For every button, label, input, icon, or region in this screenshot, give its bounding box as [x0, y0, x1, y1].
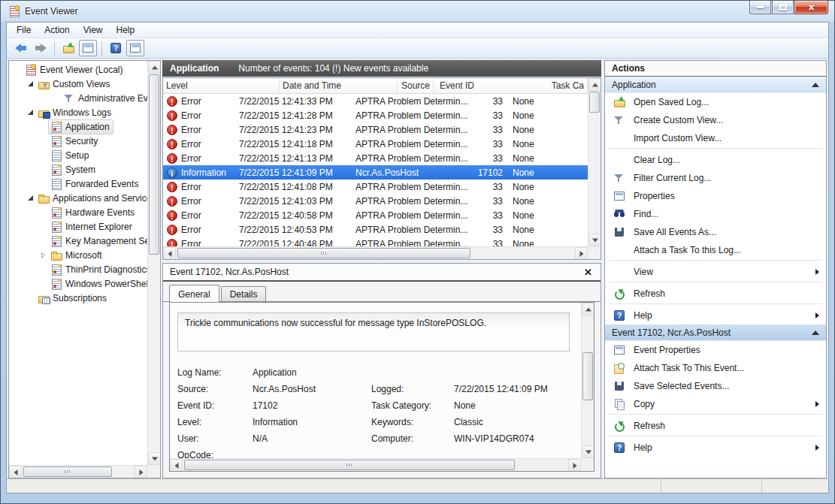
- action-item[interactable]: Import Custom View...: [605, 129, 826, 147]
- tree-item[interactable]: Microsoft: [9, 248, 147, 262]
- tree-item[interactable]: System: [9, 162, 147, 177]
- column-header[interactable]: Level: [163, 78, 280, 93]
- tree-node[interactable]: Custom Views: [35, 77, 113, 92]
- tree-node[interactable]: Hardware Events: [48, 205, 138, 220]
- tree-expander-icon[interactable]: [39, 265, 48, 274]
- scroll-right-button[interactable]: [135, 466, 147, 478]
- action-item[interactable]: Filter Current Log...: [605, 169, 826, 187]
- column-header[interactable]: Task Ca: [549, 78, 588, 93]
- tree-node[interactable]: Subscriptions: [35, 291, 110, 306]
- tree-node[interactable]: Administrative Events: [61, 91, 147, 106]
- tree-item[interactable]: Event Viewer (Local): [9, 62, 147, 77]
- action-item[interactable]: [609, 303, 822, 306]
- tree-node[interactable]: Windows Logs: [35, 105, 115, 120]
- tree-node[interactable]: Event Viewer (Local): [23, 62, 127, 77]
- tree-node[interactable]: System: [48, 162, 99, 177]
- column-header[interactable]: Source: [398, 78, 434, 93]
- action-item[interactable]: [609, 282, 822, 284]
- details-tab[interactable]: General: [169, 285, 219, 302]
- tree-expander-icon[interactable]: [39, 237, 48, 246]
- tree-node[interactable]: Forwarded Events: [48, 177, 142, 192]
- tree-item[interactable]: Custom Views: [9, 77, 147, 91]
- tree-item[interactable]: Windows Logs: [9, 105, 147, 119]
- tree-item[interactable]: Key Management Service: [9, 234, 147, 248]
- collapse-icon[interactable]: [812, 330, 819, 335]
- list-horizontal-scrollbar[interactable]: [163, 246, 588, 259]
- event-row[interactable]: Error 7/22/2015 12:40:53 PM APTRA Proble…: [163, 222, 588, 237]
- tree-expander-icon[interactable]: [26, 108, 35, 117]
- action-item[interactable]: [609, 414, 822, 416]
- tree-node[interactable]: Application: [48, 119, 113, 134]
- scroll-up-button[interactable]: [582, 303, 594, 315]
- scroll-up-button[interactable]: [148, 61, 161, 74]
- action-item[interactable]: Event Properties: [605, 341, 826, 359]
- event-row[interactable]: Error 7/22/2015 12:41:33 PM APTRA Proble…: [163, 94, 588, 108]
- tree-item[interactable]: Application: [9, 119, 147, 134]
- event-row[interactable]: Error 7/22/2015 12:40:58 PM APTRA Proble…: [163, 208, 588, 222]
- action-item[interactable]: View: [605, 263, 826, 281]
- forward-button[interactable]: [32, 40, 50, 56]
- tree-node[interactable]: Microsoft: [48, 248, 106, 263]
- console-window-button[interactable]: [79, 40, 97, 56]
- event-row[interactable]: Error 7/22/2015 12:40:48 PM APTRA Proble…: [163, 237, 588, 246]
- tree-expander-icon[interactable]: [39, 251, 48, 260]
- event-row[interactable]: Error 7/22/2015 12:41:28 PM APTRA Proble…: [163, 108, 588, 122]
- tree-item[interactable]: Applications and Services Lo: [9, 191, 147, 205]
- event-row[interactable]: Error 7/22/2015 12:41:03 PM APTRA Proble…: [163, 194, 588, 208]
- column-header[interactable]: Date and Time: [280, 78, 398, 93]
- tree-node[interactable]: Internet Explorer: [48, 219, 136, 234]
- action-item[interactable]: Save All Events As...: [605, 223, 826, 241]
- details-tab[interactable]: Details: [221, 286, 267, 302]
- tree-expander-icon[interactable]: [26, 80, 35, 89]
- tree-node[interactable]: Applications and Services Lo: [35, 191, 147, 206]
- scroll-right-button[interactable]: [568, 459, 581, 472]
- open-saved-log-button[interactable]: [59, 40, 77, 56]
- scroll-right-button[interactable]: [575, 247, 588, 260]
- tree-expander-icon[interactable]: [39, 180, 48, 189]
- tree-expander-icon[interactable]: [52, 94, 61, 103]
- actions-section-application[interactable]: Application: [605, 77, 826, 93]
- list-vertical-scrollbar[interactable]: [588, 78, 601, 246]
- tree-expander-icon[interactable]: [39, 137, 48, 146]
- action-item[interactable]: Refresh: [605, 417, 826, 435]
- help-button[interactable]: [107, 40, 125, 56]
- action-item[interactable]: [609, 148, 822, 150]
- actions-section-event[interactable]: Event 17102, Ncr.As.PosHost: [605, 324, 826, 341]
- column-header[interactable]: Event ID: [434, 78, 549, 93]
- tree-node[interactable]: Security: [48, 134, 101, 149]
- scroll-up-button[interactable]: [588, 78, 601, 91]
- show-action-pane-button[interactable]: [126, 40, 144, 56]
- menu-item[interactable]: Help: [110, 23, 142, 37]
- scrollbar-thumb[interactable]: [184, 460, 515, 470]
- action-item[interactable]: Help: [605, 306, 826, 324]
- action-item[interactable]: Find...: [605, 205, 826, 223]
- action-item[interactable]: Save Selected Events...: [605, 377, 826, 395]
- action-item[interactable]: Attach a Task To this Log...: [605, 241, 826, 259]
- tree-item[interactable]: ThinPrint Diagnostics: [9, 262, 147, 276]
- collapse-icon[interactable]: [812, 83, 819, 87]
- action-item[interactable]: [609, 436, 822, 438]
- action-item[interactable]: Attach Task To This Event...: [605, 359, 826, 377]
- tree-item[interactable]: Forwarded Events: [9, 177, 147, 191]
- tree-item[interactable]: Hardware Events: [9, 205, 147, 219]
- tree-node[interactable]: Setup: [48, 148, 92, 163]
- tree-node[interactable]: Key Management Service: [48, 234, 147, 249]
- tree-vertical-scrollbar[interactable]: [147, 61, 160, 465]
- scrollbar-thumb[interactable]: [177, 248, 470, 258]
- scroll-down-button[interactable]: [148, 452, 161, 465]
- menu-item[interactable]: Action: [38, 23, 76, 37]
- minimize-button[interactable]: [749, 1, 771, 14]
- tree-item[interactable]: Subscriptions: [9, 291, 147, 305]
- action-item[interactable]: Properties: [605, 187, 826, 205]
- tree-node[interactable]: ThinPrint Diagnostics: [48, 262, 147, 277]
- scrollbar-thumb[interactable]: [149, 74, 159, 255]
- event-row[interactable]: Error 7/22/2015 12:41:13 PM APTRA Proble…: [163, 151, 588, 165]
- scrollbar-thumb[interactable]: [589, 92, 600, 113]
- action-item[interactable]: Clear Log...: [605, 151, 826, 169]
- tree-item[interactable]: Administrative Events: [9, 91, 147, 105]
- tree-expander-icon[interactable]: [14, 65, 23, 74]
- tree-item[interactable]: Setup: [9, 148, 147, 162]
- tree-expander-icon[interactable]: [39, 222, 48, 231]
- scrollbar-thumb[interactable]: [582, 352, 593, 400]
- scroll-left-button[interactable]: [163, 247, 176, 260]
